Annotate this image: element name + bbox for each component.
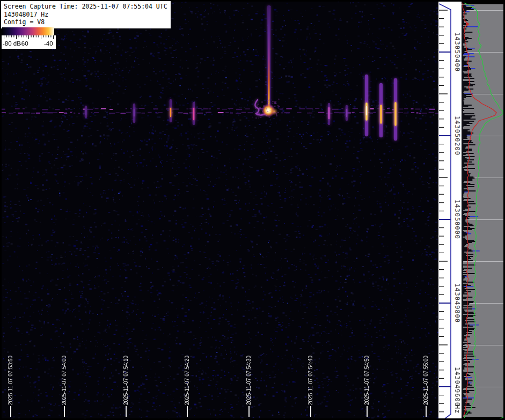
tuned-frequency-text: 143048017 Hz <box>4 11 167 19</box>
live-spectrum-panel <box>462 2 503 418</box>
time-tick-mark <box>10 406 11 417</box>
frequency-tick-label: 143050000 <box>453 200 461 239</box>
colorbar-label-40db: -40 <box>44 40 53 47</box>
time-tick-label: 2025-11-07 07:54:30 <box>246 356 252 405</box>
frequency-axis: 1430504001430502001430500001430498001430… <box>438 2 462 418</box>
screen-capture-root: Screen Capture Time: 2025-11-07 07:55:04… <box>0 0 505 420</box>
time-tick-mark <box>310 406 311 417</box>
time-tick-label: 2025-11-07 07:54:10 <box>123 356 129 405</box>
time-tick-label: 2025-11-07 07:55:00 <box>423 356 429 405</box>
colorbar-scale: -80 dB -60 -40 <box>2 35 56 49</box>
frequency-tick-label: 143049800 <box>453 283 461 323</box>
capture-time-text: Screen Capture Time: 2025-11-07 07:55:04… <box>4 3 167 11</box>
frequency-tick-label: 143050200 <box>453 116 461 156</box>
time-tick-label: 2025-11-07 07:54:20 <box>184 356 190 405</box>
colorbar-label-60db: -60 <box>19 40 28 47</box>
time-tick-label: 2025-11-07 07:53:50 <box>8 356 13 405</box>
time-tick-mark <box>367 406 368 417</box>
colorbar-ticks <box>2 35 56 40</box>
colorbar-label-80db: -80 dB <box>3 40 21 47</box>
colorbar-gradient <box>2 27 54 35</box>
time-tick-label: 2025-11-07 07:54:40 <box>308 356 313 405</box>
spectrogram-waterfall <box>2 2 438 418</box>
time-tick-label: 2025-11-07 07:54:50 <box>364 356 370 405</box>
intensity-colorbar: -80 dB -60 -40 <box>2 27 56 49</box>
time-tick-mark <box>426 406 427 417</box>
time-tick-mark <box>248 406 250 417</box>
frequency-axis-unit: Hz <box>453 405 461 414</box>
time-tick-mark <box>64 406 65 417</box>
time-tick-mark <box>126 406 127 417</box>
frequency-tick-label: 143049600 <box>453 367 461 407</box>
time-tick-mark <box>187 406 188 417</box>
config-text: Config = V8 <box>4 18 167 26</box>
time-tick-label: 2025-11-07 07:54:00 <box>61 356 67 405</box>
capture-info-box: Screen Capture Time: 2025-11-07 07:55:04… <box>1 1 171 28</box>
frequency-tick-label: 143050400 <box>453 32 461 72</box>
